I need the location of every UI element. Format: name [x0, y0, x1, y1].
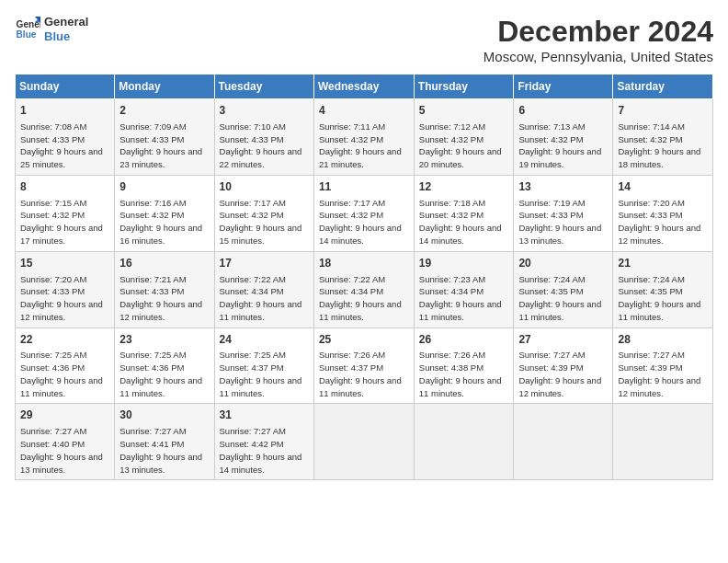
day-info: Sunrise: 7:11 AMSunset: 4:32 PMDaylight:…	[319, 121, 409, 171]
logo-icon: General Blue	[15, 17, 40, 42]
day-info: Sunrise: 7:20 AMSunset: 4:33 PMDaylight:…	[618, 197, 708, 247]
calendar-cell: 12Sunrise: 7:18 AMSunset: 4:32 PMDayligh…	[414, 175, 514, 251]
calendar-week-row: 8Sunrise: 7:15 AMSunset: 4:32 PMDaylight…	[16, 175, 713, 251]
day-number: 13	[518, 179, 608, 195]
day-number: 28	[618, 332, 708, 348]
day-number: 22	[20, 332, 109, 348]
day-info: Sunrise: 7:14 AMSunset: 4:32 PMDaylight:…	[618, 121, 708, 171]
day-info: Sunrise: 7:13 AMSunset: 4:32 PMDaylight:…	[518, 121, 608, 171]
day-info: Sunrise: 7:27 AMSunset: 4:39 PMDaylight:…	[518, 349, 608, 399]
day-number: 25	[319, 332, 409, 348]
calendar-cell	[613, 404, 713, 480]
calendar-cell: 10Sunrise: 7:17 AMSunset: 4:32 PMDayligh…	[214, 175, 313, 251]
calendar-cell: 13Sunrise: 7:19 AMSunset: 4:33 PMDayligh…	[514, 175, 613, 251]
day-info: Sunrise: 7:25 AMSunset: 4:36 PMDaylight:…	[20, 349, 109, 399]
day-number: 3	[220, 103, 309, 119]
calendar-cell	[313, 404, 414, 480]
day-number: 10	[220, 179, 309, 195]
header-monday: Monday	[115, 75, 214, 99]
day-info: Sunrise: 7:27 AMSunset: 4:39 PMDaylight:…	[618, 349, 708, 399]
day-number: 15	[20, 256, 109, 271]
calendar-cell: 16Sunrise: 7:21 AMSunset: 4:33 PMDayligh…	[115, 251, 214, 327]
day-info: Sunrise: 7:26 AMSunset: 4:37 PMDaylight:…	[319, 349, 409, 399]
calendar-cell: 25Sunrise: 7:26 AMSunset: 4:37 PMDayligh…	[313, 327, 414, 404]
calendar-cell: 22Sunrise: 7:25 AMSunset: 4:36 PMDayligh…	[16, 327, 115, 404]
location-title: Moscow, Pennsylvania, United States	[483, 49, 713, 64]
day-number: 20	[518, 256, 608, 271]
day-info: Sunrise: 7:21 AMSunset: 4:33 PMDaylight:…	[119, 273, 209, 324]
header-sunday: Sunday	[16, 75, 115, 99]
day-info: Sunrise: 7:22 AMSunset: 4:34 PMDaylight:…	[319, 273, 409, 324]
day-number: 17	[220, 256, 309, 271]
day-number: 9	[119, 179, 209, 195]
page-header: General Blue General Blue December 2024 …	[15, 15, 713, 64]
calendar-cell: 11Sunrise: 7:17 AMSunset: 4:32 PMDayligh…	[313, 175, 414, 251]
day-number: 26	[419, 332, 509, 348]
month-title: December 2024	[483, 15, 713, 49]
calendar-cell: 31Sunrise: 7:27 AMSunset: 4:42 PMDayligh…	[214, 404, 313, 480]
calendar-header-row: SundayMondayTuesdayWednesdayThursdayFrid…	[16, 75, 713, 99]
day-info: Sunrise: 7:16 AMSunset: 4:32 PMDaylight:…	[119, 197, 209, 247]
day-info: Sunrise: 7:10 AMSunset: 4:33 PMDaylight:…	[220, 121, 309, 171]
calendar-week-row: 29Sunrise: 7:27 AMSunset: 4:40 PMDayligh…	[16, 404, 713, 480]
header-wednesday: Wednesday	[313, 75, 414, 99]
header-thursday: Thursday	[414, 75, 514, 99]
day-number: 5	[419, 103, 509, 119]
day-info: Sunrise: 7:09 AMSunset: 4:33 PMDaylight:…	[119, 121, 209, 171]
day-info: Sunrise: 7:18 AMSunset: 4:32 PMDaylight:…	[419, 197, 509, 247]
day-number: 14	[618, 179, 708, 195]
day-number: 8	[20, 179, 109, 195]
day-info: Sunrise: 7:17 AMSunset: 4:32 PMDaylight:…	[220, 197, 309, 247]
day-info: Sunrise: 7:22 AMSunset: 4:34 PMDaylight:…	[220, 273, 309, 324]
calendar-table: SundayMondayTuesdayWednesdayThursdayFrid…	[15, 74, 713, 480]
day-info: Sunrise: 7:23 AMSunset: 4:34 PMDaylight:…	[419, 273, 509, 324]
header-saturday: Saturday	[613, 75, 713, 99]
day-number: 4	[319, 103, 409, 119]
calendar-week-row: 15Sunrise: 7:20 AMSunset: 4:33 PMDayligh…	[16, 251, 713, 327]
day-number: 16	[119, 256, 209, 271]
day-number: 6	[518, 103, 608, 119]
day-info: Sunrise: 7:24 AMSunset: 4:35 PMDaylight:…	[518, 273, 608, 324]
calendar-cell: 29Sunrise: 7:27 AMSunset: 4:40 PMDayligh…	[16, 404, 115, 480]
title-block: December 2024 Moscow, Pennsylvania, Unit…	[483, 15, 713, 64]
calendar-cell: 9Sunrise: 7:16 AMSunset: 4:32 PMDaylight…	[115, 175, 214, 251]
day-info: Sunrise: 7:24 AMSunset: 4:35 PMDaylight:…	[618, 273, 708, 324]
day-info: Sunrise: 7:25 AMSunset: 4:37 PMDaylight:…	[220, 349, 309, 399]
calendar-cell: 5Sunrise: 7:12 AMSunset: 4:32 PMDaylight…	[414, 99, 514, 176]
calendar-cell: 24Sunrise: 7:25 AMSunset: 4:37 PMDayligh…	[214, 327, 313, 404]
day-info: Sunrise: 7:08 AMSunset: 4:33 PMDaylight:…	[20, 121, 109, 171]
calendar-cell: 30Sunrise: 7:27 AMSunset: 4:41 PMDayligh…	[115, 404, 214, 480]
header-friday: Friday	[514, 75, 613, 99]
calendar-cell: 27Sunrise: 7:27 AMSunset: 4:39 PMDayligh…	[514, 327, 613, 404]
calendar-cell: 26Sunrise: 7:26 AMSunset: 4:38 PMDayligh…	[414, 327, 514, 404]
calendar-cell: 18Sunrise: 7:22 AMSunset: 4:34 PMDayligh…	[313, 251, 414, 327]
day-number: 1	[20, 103, 109, 119]
day-number: 24	[220, 332, 309, 348]
day-info: Sunrise: 7:19 AMSunset: 4:33 PMDaylight:…	[518, 197, 608, 247]
calendar-cell: 19Sunrise: 7:23 AMSunset: 4:34 PMDayligh…	[414, 251, 514, 327]
calendar-cell: 7Sunrise: 7:14 AMSunset: 4:32 PMDaylight…	[613, 99, 713, 176]
day-number: 11	[319, 179, 409, 195]
day-number: 19	[419, 256, 509, 271]
day-number: 7	[618, 103, 708, 119]
calendar-cell: 21Sunrise: 7:24 AMSunset: 4:35 PMDayligh…	[613, 251, 713, 327]
day-info: Sunrise: 7:25 AMSunset: 4:36 PMDaylight:…	[119, 349, 209, 399]
day-info: Sunrise: 7:27 AMSunset: 4:40 PMDaylight:…	[20, 425, 109, 476]
day-number: 2	[119, 103, 209, 119]
day-info: Sunrise: 7:27 AMSunset: 4:41 PMDaylight:…	[119, 425, 209, 476]
calendar-cell: 15Sunrise: 7:20 AMSunset: 4:33 PMDayligh…	[16, 251, 115, 327]
calendar-cell: 17Sunrise: 7:22 AMSunset: 4:34 PMDayligh…	[214, 251, 313, 327]
calendar-cell: 28Sunrise: 7:27 AMSunset: 4:39 PMDayligh…	[613, 327, 713, 404]
day-number: 30	[119, 408, 209, 423]
day-number: 18	[319, 256, 409, 271]
logo-wordmark: General Blue	[44, 15, 88, 43]
calendar-cell	[414, 404, 514, 480]
svg-text:Blue: Blue	[17, 29, 37, 40]
calendar-cell: 3Sunrise: 7:10 AMSunset: 4:33 PMDaylight…	[214, 99, 313, 176]
calendar-cell	[514, 404, 613, 480]
calendar-cell: 14Sunrise: 7:20 AMSunset: 4:33 PMDayligh…	[613, 175, 713, 251]
day-number: 29	[20, 408, 109, 423]
day-info: Sunrise: 7:26 AMSunset: 4:38 PMDaylight:…	[419, 349, 509, 399]
calendar-cell: 23Sunrise: 7:25 AMSunset: 4:36 PMDayligh…	[115, 327, 214, 404]
calendar-cell: 2Sunrise: 7:09 AMSunset: 4:33 PMDaylight…	[115, 99, 214, 176]
